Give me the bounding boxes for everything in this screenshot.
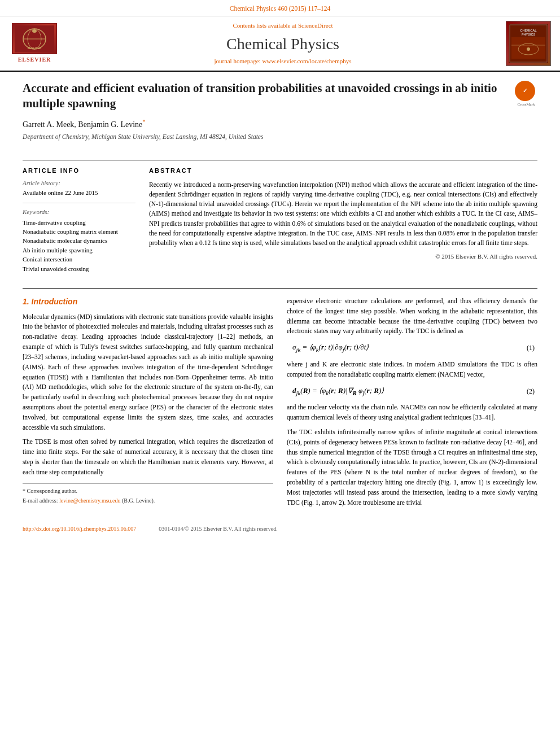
chemical-physics-badge: CHEMICAL PHYSICS: [506, 21, 551, 66]
article-title: Accurate and efficient evaluation of tra…: [23, 81, 506, 112]
sciencedirect-link[interactable]: ScienceDirect: [298, 22, 333, 29]
keyword-6: Trivial unavoided crossing: [23, 265, 135, 273]
available-online: Available online 22 June 2015: [23, 189, 135, 197]
intro-paragraph-2: The TDSE is most often solved by numeric…: [23, 437, 273, 477]
left-column: 1. Introduction Molecular dynamics (MD) …: [23, 296, 273, 513]
bottom-links: http://dx.doi.org/10.1016/j.chemphys.201…: [0, 522, 560, 536]
issn-copyright: 0301-0104/© 2015 Elsevier B.V. All right…: [159, 525, 277, 533]
keywords-label: Keywords:: [23, 208, 135, 216]
section-divider: [23, 288, 537, 289]
svg-point-13: [527, 47, 530, 51]
homepage-text: journal homepage: www.elsevier.com/locat…: [69, 57, 497, 65]
article-info: ARTICLE INFO Article history: Available …: [23, 167, 135, 279]
authors: Garrett A. Meek, Benjamin G. Levine*: [23, 117, 506, 130]
journal-center: Contents lists available at ScienceDirec…: [69, 21, 497, 65]
equation-1-number: (1): [527, 343, 537, 353]
journal-title: Chemical Physics: [69, 33, 497, 55]
svg-text:PHYSICS: PHYSICS: [522, 33, 535, 36]
svg-text:CHEMICAL: CHEMICAL: [520, 29, 537, 32]
elsevier-logo-image: ELSEVIER: [12, 23, 57, 54]
article-info-abstract-section: ARTICLE INFO Article history: Available …: [23, 160, 537, 279]
crossmark-icon: ✓: [515, 81, 535, 101]
main-content: 1. Introduction Molecular dynamics (MD) …: [23, 296, 537, 513]
keywords-group: Keywords: Time-derivative coupling Nonad…: [23, 208, 135, 273]
keyword-1: Time-derivative coupling: [23, 219, 135, 227]
equation-1-desc: where j and K are electronic state indic…: [287, 360, 537, 380]
footnote-section: * Corresponding author. E-mail address: …: [23, 483, 273, 505]
sciencedirect-text: Contents lists available at ScienceDirec…: [69, 21, 497, 30]
doi-link[interactable]: http://dx.doi.org/10.1016/j.chemphys.201…: [23, 525, 136, 533]
section-title-intro: 1. Introduction: [23, 296, 273, 308]
right-paragraph-2: and the nuclear velocity via the chain r…: [287, 403, 537, 423]
article-info-heading: ARTICLE INFO: [23, 167, 135, 175]
top-bar: Chemical Physics 460 (2015) 117–124: [0, 0, 560, 16]
right-paragraph-1: expensive electronic structure calculati…: [287, 296, 537, 337]
history-label: Article history:: [23, 179, 135, 187]
abstract-copyright: © 2015 Elsevier B.V. All rights reserved…: [149, 252, 537, 261]
footnote-asterisk: * Corresponding author.: [23, 487, 273, 495]
equation-2-number: (2): [527, 387, 537, 396]
footnote-email: E-mail address: levine@chemistry.msu.edu…: [23, 497, 273, 505]
crossmark-badge: ✓ CrossMark: [515, 81, 537, 108]
svg-point-4: [32, 29, 37, 33]
keyword-4: Ab initio multiple spawning: [23, 246, 135, 255]
crossmark-label: CrossMark: [515, 102, 537, 108]
author-asterisk: *: [142, 118, 146, 125]
article-history: Article history: Available online 22 Jun…: [23, 179, 135, 198]
equation-1-text: σjk = ⟨φk(r; t)|∂φj(r; t)/∂t⟩: [287, 342, 527, 354]
affiliation: Department of Chemistry, Michigan State …: [23, 132, 506, 141]
keyword-3: Nonadiabatic molecular dynamics: [23, 237, 135, 245]
elsevier-label: ELSEVIER: [18, 56, 51, 64]
article-title-text: Accurate and efficient evaluation of tra…: [23, 81, 506, 149]
right-column: expensive electronic structure calculati…: [287, 296, 537, 513]
intro-paragraph-1: Molecular dynamics (MD) simulations with…: [23, 312, 273, 433]
article-title-section: Accurate and efficient evaluation of tra…: [23, 81, 537, 155]
right-paragraph-3: The TDC exhibits infinitesimally narrow …: [287, 427, 537, 508]
abstract-text: Recently we introduced a norm-preserving…: [149, 180, 537, 248]
email-link[interactable]: levine@chemistry.msu.edu: [59, 497, 121, 504]
keyword-2: Nonadiabatic coupling matrix element: [23, 228, 135, 236]
journal-header: ELSEVIER ELSEVIER Contents lists availab…: [0, 16, 560, 72]
equation-2-block: djk(R) = ⟨φk(r; R)|∇R φj(r; R)⟩ (2): [287, 386, 537, 397]
abstract-heading: ABSTRACT: [149, 167, 537, 175]
article-container: Accurate and efficient evaluation of tra…: [0, 72, 560, 521]
journal-citation-link[interactable]: Chemical Physics 460 (2015) 117–124: [230, 5, 330, 12]
equation-1-block: σjk = ⟨φk(r; t)|∂φj(r; t)/∂t⟩ (1): [287, 342, 537, 354]
abstract-section: ABSTRACT Recently we introduced a norm-p…: [149, 167, 537, 279]
elsevier-logo: ELSEVIER ELSEVIER: [9, 23, 60, 64]
keyword-5: Conical intersection: [23, 255, 135, 264]
equation-2-text: djk(R) = ⟨φk(r; R)|∇R φj(r; R)⟩: [287, 386, 527, 397]
svg-text:ELSEVIER: ELSEVIER: [28, 46, 42, 50]
